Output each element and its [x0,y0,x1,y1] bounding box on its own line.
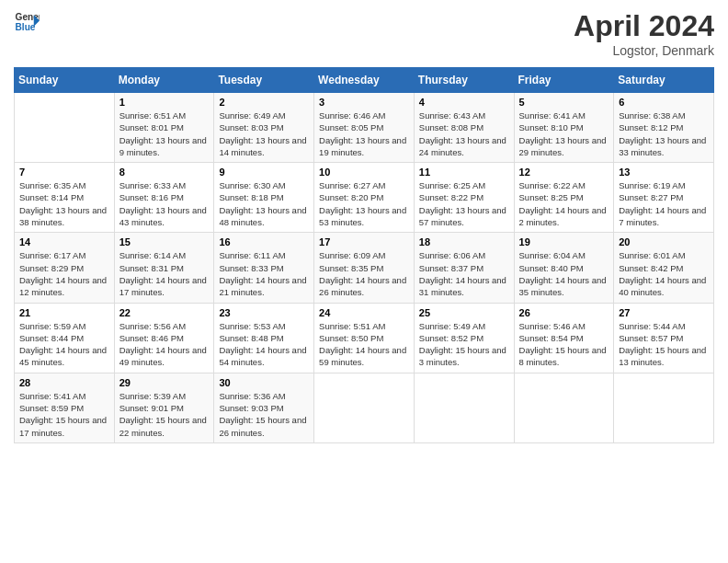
title-block: April 2024 Logstor, Denmark [574,9,714,58]
day-number: 10 [319,167,409,178]
svg-text:Blue: Blue [16,22,36,32]
calendar-week-3: 14Sunrise: 6:17 AMSunset: 8:29 PMDayligh… [15,233,714,303]
calendar-week-5: 28Sunrise: 5:41 AMSunset: 8:59 PMDayligh… [15,373,714,442]
calendar-cell: 28Sunrise: 5:41 AMSunset: 8:59 PMDayligh… [15,373,115,442]
day-info: Sunrise: 5:53 AMSunset: 8:48 PMDaylight:… [219,320,309,369]
day-number: 29 [119,377,210,388]
header-wednesday: Wednesday [314,68,415,93]
header: General Blue April 2024 Logstor, Denmark [14,9,714,58]
day-number: 2 [219,97,309,108]
calendar-cell: 8Sunrise: 6:33 AMSunset: 8:16 PMDaylight… [114,163,214,233]
calendar-cell: 26Sunrise: 5:46 AMSunset: 8:54 PMDayligh… [514,303,614,373]
calendar-cell: 1Sunrise: 6:51 AMSunset: 8:01 PMDaylight… [114,93,214,163]
logo-icon: General Blue [14,9,40,35]
calendar-cell [514,373,614,442]
day-number: 4 [419,97,509,108]
title-month: April 2024 [574,9,714,43]
day-info: Sunrise: 6:46 AMSunset: 8:05 PMDaylight:… [319,109,409,158]
day-info: Sunrise: 5:49 AMSunset: 8:52 PMDaylight:… [419,320,509,369]
day-number: 15 [119,236,210,247]
day-info: Sunrise: 6:11 AMSunset: 8:33 PMDaylight:… [219,249,309,298]
calendar-cell: 22Sunrise: 5:56 AMSunset: 8:46 PMDayligh… [114,303,214,373]
calendar-cell: 23Sunrise: 5:53 AMSunset: 8:48 PMDayligh… [214,303,314,373]
calendar-cell: 15Sunrise: 6:14 AMSunset: 8:31 PMDayligh… [114,233,214,303]
day-number: 18 [419,236,509,247]
day-info: Sunrise: 6:27 AMSunset: 8:20 PMDaylight:… [319,179,409,228]
calendar-cell: 3Sunrise: 6:46 AMSunset: 8:05 PMDaylight… [314,93,415,163]
header-saturday: Saturday [614,68,714,93]
day-number: 20 [619,236,709,247]
header-thursday: Thursday [414,68,514,93]
calendar-cell: 16Sunrise: 6:11 AMSunset: 8:33 PMDayligh… [214,233,314,303]
calendar-cell: 30Sunrise: 5:36 AMSunset: 9:03 PMDayligh… [214,373,314,442]
day-number: 17 [319,236,409,247]
page: General Blue April 2024 Logstor, Denmark… [0,0,728,563]
day-info: Sunrise: 6:17 AMSunset: 8:29 PMDaylight:… [19,249,109,298]
day-number: 21 [19,307,109,318]
calendar-cell: 18Sunrise: 6:06 AMSunset: 8:37 PMDayligh… [414,233,514,303]
day-number: 28 [19,377,109,388]
day-number: 30 [219,377,309,388]
calendar-table: Sunday Monday Tuesday Wednesday Thursday… [14,67,714,443]
day-info: Sunrise: 5:44 AMSunset: 8:57 PMDaylight:… [619,320,709,369]
calendar-cell: 19Sunrise: 6:04 AMSunset: 8:40 PMDayligh… [514,233,614,303]
calendar-cell: 12Sunrise: 6:22 AMSunset: 8:25 PMDayligh… [514,163,614,233]
day-info: Sunrise: 6:49 AMSunset: 8:03 PMDaylight:… [219,109,309,158]
calendar-cell: 20Sunrise: 6:01 AMSunset: 8:42 PMDayligh… [614,233,714,303]
day-info: Sunrise: 5:51 AMSunset: 8:50 PMDaylight:… [319,320,409,369]
day-info: Sunrise: 6:09 AMSunset: 8:35 PMDaylight:… [319,249,409,298]
day-number: 23 [219,307,309,318]
header-monday: Monday [114,68,214,93]
calendar-cell: 5Sunrise: 6:41 AMSunset: 8:10 PMDaylight… [514,93,614,163]
calendar-cell: 13Sunrise: 6:19 AMSunset: 8:27 PMDayligh… [614,163,714,233]
calendar-cell: 10Sunrise: 6:27 AMSunset: 8:20 PMDayligh… [314,163,415,233]
calendar-cell: 11Sunrise: 6:25 AMSunset: 8:22 PMDayligh… [414,163,514,233]
day-info: Sunrise: 6:33 AMSunset: 8:16 PMDaylight:… [119,179,210,228]
calendar-week-4: 21Sunrise: 5:59 AMSunset: 8:44 PMDayligh… [15,303,714,373]
day-number: 16 [219,236,309,247]
day-info: Sunrise: 6:14 AMSunset: 8:31 PMDaylight:… [119,249,210,298]
day-info: Sunrise: 6:06 AMSunset: 8:37 PMDaylight:… [419,249,509,298]
day-number: 26 [519,307,609,318]
day-info: Sunrise: 6:19 AMSunset: 8:27 PMDaylight:… [619,179,709,228]
day-info: Sunrise: 6:30 AMSunset: 8:18 PMDaylight:… [219,179,309,228]
day-info: Sunrise: 6:43 AMSunset: 8:08 PMDaylight:… [419,109,509,158]
day-info: Sunrise: 6:38 AMSunset: 8:12 PMDaylight:… [619,109,709,158]
day-number: 25 [419,307,509,318]
calendar-cell: 25Sunrise: 5:49 AMSunset: 8:52 PMDayligh… [414,303,514,373]
day-info: Sunrise: 6:04 AMSunset: 8:40 PMDaylight:… [519,249,609,298]
calendar-cell: 29Sunrise: 5:39 AMSunset: 9:01 PMDayligh… [114,373,214,442]
day-number: 14 [19,236,109,247]
day-info: Sunrise: 5:39 AMSunset: 9:01 PMDaylight:… [119,390,210,439]
day-number: 12 [519,167,609,178]
day-info: Sunrise: 6:41 AMSunset: 8:10 PMDaylight:… [519,109,609,158]
calendar-cell: 9Sunrise: 6:30 AMSunset: 8:18 PMDaylight… [214,163,314,233]
calendar-cell: 24Sunrise: 5:51 AMSunset: 8:50 PMDayligh… [314,303,415,373]
day-info: Sunrise: 6:01 AMSunset: 8:42 PMDaylight:… [619,249,709,298]
calendar-cell: 7Sunrise: 6:35 AMSunset: 8:14 PMDaylight… [15,163,115,233]
day-number: 13 [619,167,709,178]
calendar-cell: 27Sunrise: 5:44 AMSunset: 8:57 PMDayligh… [614,303,714,373]
calendar-cell: 4Sunrise: 6:43 AMSunset: 8:08 PMDaylight… [414,93,514,163]
header-sunday: Sunday [15,68,115,93]
header-row: Sunday Monday Tuesday Wednesday Thursday… [15,68,714,93]
day-number: 7 [19,167,109,178]
calendar-cell: 2Sunrise: 6:49 AMSunset: 8:03 PMDaylight… [214,93,314,163]
day-number: 1 [119,97,210,108]
day-info: Sunrise: 6:22 AMSunset: 8:25 PMDaylight:… [519,179,609,228]
day-number: 27 [619,307,709,318]
logo: General Blue [14,9,40,35]
calendar-week-2: 7Sunrise: 6:35 AMSunset: 8:14 PMDaylight… [15,163,714,233]
day-info: Sunrise: 5:56 AMSunset: 8:46 PMDaylight:… [119,320,210,369]
calendar-cell: 17Sunrise: 6:09 AMSunset: 8:35 PMDayligh… [314,233,415,303]
calendar-cell: 6Sunrise: 6:38 AMSunset: 8:12 PMDaylight… [614,93,714,163]
day-info: Sunrise: 5:46 AMSunset: 8:54 PMDaylight:… [519,320,609,369]
day-number: 5 [519,97,609,108]
day-number: 8 [119,167,210,178]
day-info: Sunrise: 5:59 AMSunset: 8:44 PMDaylight:… [19,320,109,369]
day-number: 24 [319,307,409,318]
calendar-body: 1Sunrise: 6:51 AMSunset: 8:01 PMDaylight… [15,93,714,443]
day-number: 6 [619,97,709,108]
day-number: 3 [319,97,409,108]
calendar-cell: 14Sunrise: 6:17 AMSunset: 8:29 PMDayligh… [15,233,115,303]
